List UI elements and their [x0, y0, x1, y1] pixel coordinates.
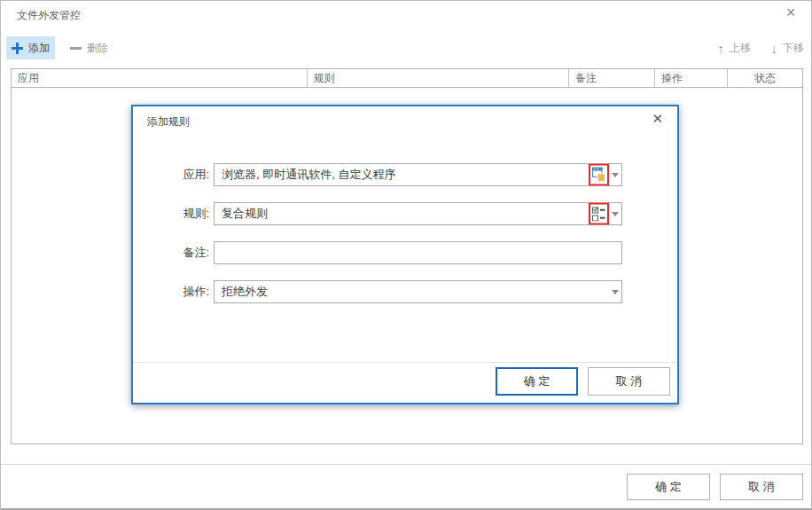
- action-field-label: 操作:: [133, 280, 209, 303]
- column-header-app[interactable]: 应用: [12, 69, 308, 88]
- dialog-title: 添加规则: [147, 114, 190, 129]
- action-field-row: 操作:: [133, 280, 677, 303]
- dropdown-arrow-icon[interactable]: [612, 212, 619, 216]
- plus-icon: [12, 43, 23, 54]
- rule-field[interactable]: [214, 202, 622, 225]
- note-field[interactable]: [214, 241, 622, 264]
- file-outgoing-control-window: 文件外发管控 ✕ 添加 删除 ↑ 上移 ↓ 下移 应用 规则 备注 操作 状态: [0, 0, 812, 510]
- note-field-row: 备注:: [133, 241, 677, 264]
- dropdown-arrow-icon[interactable]: [612, 290, 619, 294]
- dropdown-arrow-icon[interactable]: [612, 173, 619, 177]
- delete-button-label: 删除: [87, 41, 108, 56]
- column-header-rule[interactable]: 规则: [308, 69, 569, 88]
- rule-field-label: 规则:: [133, 202, 209, 225]
- app-window-icon[interactable]: [589, 164, 609, 186]
- rule-checklist-icon[interactable]: [589, 203, 609, 225]
- dialog-close-icon[interactable]: ✕: [652, 112, 663, 125]
- window-close-icon[interactable]: ✕: [785, 6, 796, 19]
- rule-checklist-icon-glyph: [592, 207, 605, 222]
- footer-divider: [1, 464, 812, 465]
- move-up-label: 上移: [730, 41, 751, 56]
- dialog-ok-button[interactable]: 确 定: [496, 367, 578, 396]
- add-button[interactable]: 添加: [6, 36, 55, 59]
- delete-button[interactable]: 删除: [65, 36, 113, 59]
- window-title: 文件外发管控: [17, 8, 81, 23]
- app-window-icon-glyph: [592, 168, 605, 183]
- add-rule-dialog: 添加规则 ✕ 应用:: [131, 105, 679, 404]
- rules-table-header: 应用 规则 备注 操作 状态: [12, 69, 802, 88]
- main-ok-button[interactable]: 确 定: [627, 474, 710, 500]
- app-field[interactable]: [214, 163, 622, 186]
- dialog-divider: [133, 362, 677, 363]
- column-header-action[interactable]: 操作: [655, 69, 728, 88]
- column-header-status[interactable]: 状态: [728, 69, 802, 88]
- arrow-down-icon: ↓: [771, 42, 778, 55]
- minus-icon: [70, 47, 82, 50]
- action-field[interactable]: [214, 280, 622, 303]
- move-down-button[interactable]: ↓ 下移: [766, 36, 810, 59]
- move-up-button[interactable]: ↑ 上移: [713, 36, 757, 59]
- app-field-label: 应用:: [133, 163, 209, 186]
- add-button-label: 添加: [28, 41, 50, 56]
- app-field-row: 应用:: [133, 163, 677, 186]
- dialog-cancel-button[interactable]: 取 消: [588, 367, 670, 396]
- main-cancel-button[interactable]: 取 消: [720, 474, 803, 500]
- note-field-label: 备注:: [133, 241, 209, 264]
- toolbar: 添加 删除 ↑ 上移 ↓ 下移: [1, 35, 811, 61]
- move-down-label: 下移: [783, 41, 804, 56]
- column-header-note[interactable]: 备注: [569, 69, 655, 88]
- rule-field-row: 规则:: [133, 202, 677, 225]
- arrow-up-icon: ↑: [718, 42, 725, 55]
